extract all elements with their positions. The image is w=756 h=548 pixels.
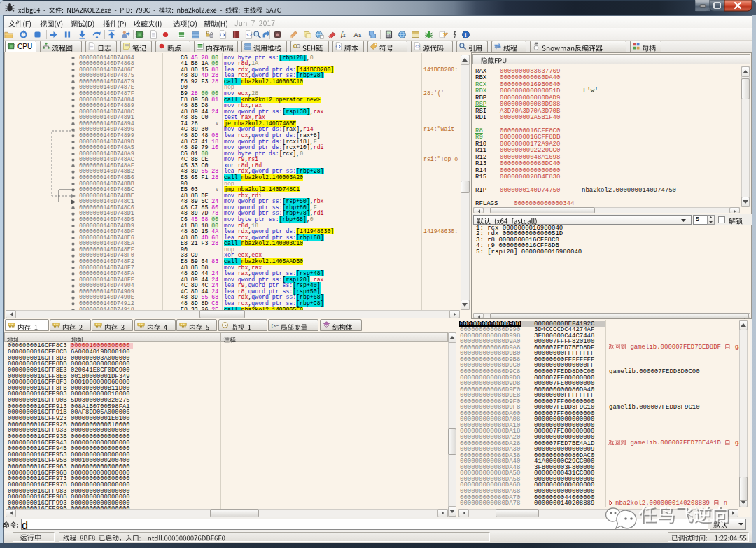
svg-text:A: A	[354, 31, 358, 38]
svg-text:<>: <>	[246, 33, 252, 38]
svg-text:a: a	[358, 33, 361, 38]
svg-text:[x=]: [x=]	[271, 323, 279, 328]
svg-text:fx: fx	[341, 31, 346, 38]
svg-text:<>: <>	[415, 44, 421, 49]
